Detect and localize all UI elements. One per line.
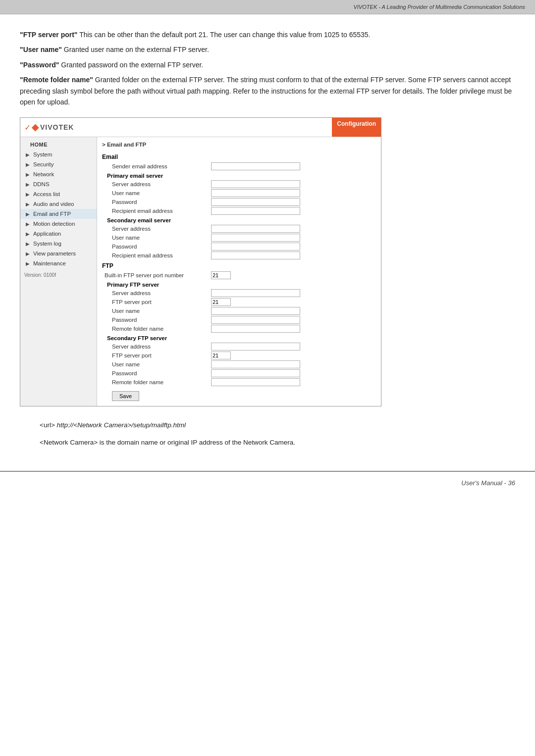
expand-icon-network: ▶ [24, 171, 31, 178]
sender-email-row: Sender email address [102, 162, 376, 170]
page-wrapper: VIVOTEK - A Leading Provider of Multimed… [0, 0, 535, 756]
primary-user-name-label: User name [112, 190, 211, 196]
url-link: http://<Network Camera>/setup/mailftp.ht… [57, 421, 186, 429]
primary-ftp-folder-input[interactable] [211, 325, 300, 333]
expand-icon-audio: ▶ [24, 201, 31, 207]
primary-server-address-row: Server address [102, 180, 376, 188]
secondary-server-address-input[interactable] [211, 225, 300, 233]
logo-bird-icon: ✓ [24, 123, 31, 132]
expand-icon-application: ▶ [24, 230, 31, 237]
sidebar-item-security[interactable]: ▶ Security [20, 159, 97, 169]
sender-email-input[interactable] [211, 162, 300, 170]
sender-email-label: Sender email address [112, 163, 211, 169]
email-section-title: Email [102, 153, 376, 160]
sidebar-item-email-ftp[interactable]: ▶ Email and FTP [20, 209, 97, 219]
save-button[interactable]: Save [112, 391, 139, 401]
expand-icon-motion: ▶ [24, 220, 31, 227]
secondary-ftp-server-title: Secondary FTP server [107, 335, 376, 341]
primary-ftp-server-address-row: Server address [102, 289, 376, 297]
expand-icon-ddns: ▶ [24, 181, 31, 188]
sidebar-label-syslog: System log [33, 241, 61, 247]
primary-ftp-password-row: Password [102, 316, 376, 324]
secondary-ftp-port-input[interactable] [211, 352, 231, 359]
secondary-ftp-password-input[interactable] [211, 369, 300, 377]
primary-password-label: Password [112, 199, 211, 205]
page-number: User's Manual - 36 [0, 477, 535, 494]
secondary-ftp-password-row: Password [102, 369, 376, 377]
logo-text: VIVOTEK [40, 123, 74, 131]
primary-password-input[interactable] [211, 198, 300, 206]
primary-ftp-folder-label: Remote folder name [112, 326, 211, 332]
primary-recipient-label: Recipient email address [112, 208, 211, 214]
secondary-ftp-folder-label: Remote folder name [112, 379, 211, 385]
primary-recipient-row: Recipient email address [102, 207, 376, 215]
secondary-ftp-password-label: Password [112, 370, 211, 376]
sidebar-item-view-params[interactable]: ▶ View parameters [20, 249, 97, 258]
config-panel: ✓ ◆ VIVOTEK Configuration HOME ▶ System [20, 117, 381, 406]
bottom-divider [0, 471, 535, 472]
sidebar-item-network[interactable]: ▶ Network [20, 169, 97, 179]
sidebar-label-application: Application [33, 231, 61, 237]
primary-ftp-user-input[interactable] [211, 307, 300, 315]
config-body: HOME ▶ System ▶ Security ▶ Network ▶ [20, 137, 381, 406]
secondary-ftp-folder-input[interactable] [211, 378, 300, 386]
secondary-password-row: Password [102, 243, 376, 251]
expand-icon-syslog: ▶ [24, 240, 31, 247]
sidebar-item-system[interactable]: ▶ System [20, 150, 97, 159]
primary-ftp-password-input[interactable] [211, 316, 300, 324]
sidebar-label-security: Security [33, 161, 54, 167]
primary-ftp-port-row: FTP server port [102, 298, 376, 306]
primary-recipient-input[interactable] [211, 207, 300, 215]
sidebar-home[interactable]: HOME [20, 140, 97, 150]
secondary-ftp-server-address-row: Server address [102, 343, 376, 351]
sidebar-item-access-list[interactable]: ▶ Access list [20, 189, 97, 199]
secondary-user-name-row: User name [102, 234, 376, 242]
primary-ftp-port-label: FTP server port [112, 299, 211, 305]
header-bar: VIVOTEK - A Leading Provider of Multimed… [0, 0, 535, 14]
footer-note: <Network Camera> is the domain name or o… [20, 434, 515, 451]
secondary-ftp-port-row: FTP server port [102, 352, 376, 359]
primary-ftp-server-address-input[interactable] [211, 289, 300, 297]
form-area: > Email and FTP Email Sender email addre… [97, 137, 381, 406]
vivotek-logo: ✓ ◆ VIVOTEK [20, 118, 78, 137]
secondary-password-input[interactable] [211, 243, 300, 251]
sidebar-label-motion: Motion detection [33, 221, 75, 227]
primary-user-name-input[interactable] [211, 189, 300, 197]
primary-server-address-input[interactable] [211, 180, 300, 188]
secondary-recipient-label: Recipient email address [112, 252, 211, 258]
doc-para3: "Password" Granted password on the exter… [20, 59, 515, 70]
sidebar-label-maintenance: Maintenance [33, 260, 66, 266]
sidebar-item-maintenance[interactable]: ▶ Maintenance [20, 258, 97, 268]
sidebar-label-network: Network [33, 171, 54, 177]
secondary-recipient-input[interactable] [211, 252, 300, 259]
primary-ftp-password-label: Password [112, 317, 211, 323]
secondary-ftp-user-row: User name [102, 360, 376, 368]
primary-server-address-label: Server address [112, 181, 211, 187]
main-content: "FTP server port" This can be other than… [0, 14, 535, 461]
doc-para2: "User name" Granted user name on the ext… [20, 44, 515, 55]
doc-para1: "FTP server port" This can be other than… [20, 29, 515, 40]
builtin-ftp-input[interactable] [211, 271, 231, 279]
sidebar-item-motion[interactable]: ▶ Motion detection [20, 219, 97, 229]
sidebar-label-email: Email and FTP [33, 211, 71, 217]
primary-email-server-title: Primary email server [107, 173, 376, 179]
sidebar-item-audio-video[interactable]: ▶ Audio and video [20, 199, 97, 209]
save-row: Save [102, 387, 376, 401]
config-header-label: Configuration [337, 120, 376, 127]
secondary-ftp-user-input[interactable] [211, 360, 300, 368]
sidebar-item-ddns[interactable]: ▶ DDNS [20, 179, 97, 189]
secondary-server-address-label: Server address [112, 226, 211, 232]
primary-ftp-folder-row: Remote folder name [102, 325, 376, 333]
sidebar-label-ddns: DDNS [33, 181, 50, 187]
sidebar-label-access: Access list [33, 191, 60, 197]
sidebar-item-application[interactable]: ▶ Application [20, 229, 97, 239]
secondary-ftp-folder-row: Remote folder name [102, 378, 376, 386]
expand-icon-access: ▶ [24, 191, 31, 198]
builtin-ftp-row: Built-in FTP server port number [102, 271, 376, 279]
primary-ftp-port-input[interactable] [211, 298, 231, 306]
sidebar-item-system-log[interactable]: ▶ System log [20, 239, 97, 249]
secondary-ftp-user-label: User name [112, 361, 211, 367]
breadcrumb: > Email and FTP [102, 140, 376, 151]
secondary-user-name-input[interactable] [211, 234, 300, 242]
secondary-ftp-server-address-input[interactable] [211, 343, 300, 351]
